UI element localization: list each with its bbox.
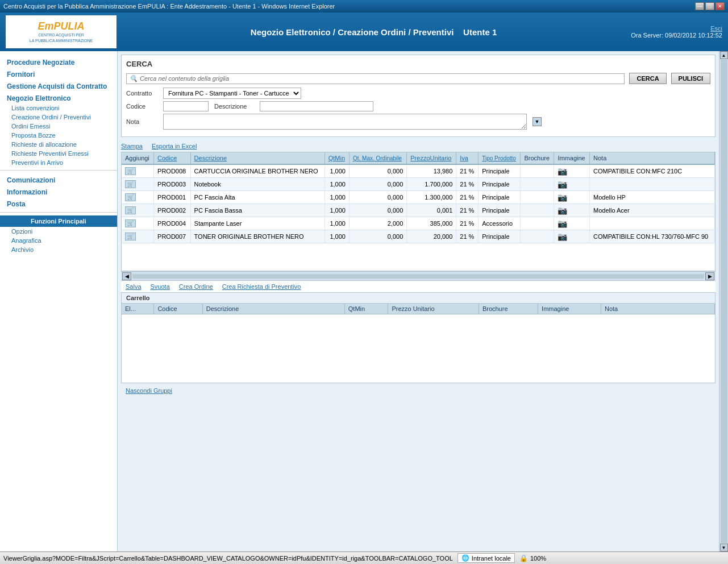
sidebar-item-creazione[interactable]: Creazione Ordini / Preventivi <box>0 113 117 122</box>
nota-textarea[interactable] <box>163 114 527 130</box>
col-tipo[interactable]: Tipo Prodotto <box>479 152 521 164</box>
sidebar-item-proposta[interactable]: Proposta Bozze <box>0 131 117 140</box>
nota-row: Nota ▼ <box>126 114 710 130</box>
table-row: 🛒 PROD002 PC Fascia Bassa 1,000 0,000 0,… <box>122 204 715 217</box>
cell-immagine[interactable]: 📷 <box>554 178 590 191</box>
h-scroll-track[interactable] <box>132 274 704 279</box>
add-to-cart-button[interactable]: 🛒 <box>125 193 136 201</box>
col-codice[interactable]: Codice <box>154 152 191 164</box>
cell-qtmin: 1,000 <box>325 164 349 178</box>
cell-immagine[interactable]: 📷 <box>554 230 590 243</box>
cell-tipo: Principale <box>479 191 521 204</box>
minimize-button[interactable]: — <box>695 2 704 10</box>
esc-link[interactable]: Esci <box>710 25 722 32</box>
codice-input[interactable] <box>163 101 209 111</box>
cell-add[interactable]: 🛒 <box>122 230 154 243</box>
cell-immagine[interactable]: 📷 <box>554 217 590 230</box>
svuota-link[interactable]: Svuota <box>151 283 170 290</box>
close-button[interactable]: ✕ <box>715 2 725 10</box>
title-bar-buttons[interactable]: — □ ✕ <box>695 2 725 10</box>
cell-nota: Modello HP <box>590 191 715 204</box>
col-prezzo[interactable]: PrezzoUnitario <box>407 152 456 164</box>
cell-immagine[interactable]: 📷 <box>554 204 590 217</box>
cell-qtmax: 2,000 <box>349 217 406 230</box>
restore-button[interactable]: □ <box>705 2 714 10</box>
cell-add[interactable]: 🛒 <box>122 178 154 191</box>
col-iva[interactable]: Iva <box>456 152 479 164</box>
nascondi-link[interactable]: Nascondi Gruppi <box>126 387 172 394</box>
camera-icon[interactable]: 📷 <box>558 167 567 176</box>
col-descrizione[interactable]: Descrizione <box>190 152 325 164</box>
v-scroll-track[interactable] <box>721 60 727 543</box>
camera-icon[interactable]: 📷 <box>558 193 567 202</box>
add-to-cart-button[interactable]: 🛒 <box>125 206 136 214</box>
sidebar-item-richieste[interactable]: Richieste di allocazione <box>0 140 117 149</box>
codice-desc-row: Codice Descrizione <box>126 101 710 111</box>
sidebar-item-anagrafica[interactable]: Anagrafica <box>0 236 117 245</box>
col-qtmax[interactable]: Qt. Max. Ordinabile <box>349 152 406 164</box>
sidebar-item-preventivi[interactable]: Preventivi in Arrivo <box>0 158 117 167</box>
page-title: Negozio Elettronico / Creazione Ordini /… <box>251 27 454 37</box>
camera-icon[interactable]: 📷 <box>558 219 567 228</box>
sidebar-item-comunicazioni[interactable]: Comunicazioni <box>0 173 117 185</box>
table-body: 🛒 PROD008 CARTUCCIA ORIGINALE BROTHER NE… <box>122 164 715 243</box>
salva-link[interactable]: Salva <box>126 283 142 290</box>
sidebar-item-negozio[interactable]: Negozio Elettronico <box>0 92 117 103</box>
crea-ordine-link[interactable]: Crea Ordine <box>179 283 213 290</box>
esporta-link[interactable]: Esporta in Excel <box>152 143 197 150</box>
col-aggiungi: Aggiungi <box>122 152 154 164</box>
v-scroll-down-button[interactable]: ▼ <box>720 544 728 551</box>
search-input-wrap[interactable]: 🔍 Cerca nel contenuto della griglia <box>126 73 625 84</box>
sidebar-item-opzioni[interactable]: Opzioni <box>0 227 117 236</box>
add-to-cart-button[interactable]: 🛒 <box>125 180 136 188</box>
camera-icon[interactable]: 📷 <box>558 232 567 241</box>
sidebar-item-richieste-prev[interactable]: Richieste Preventivi Emessi <box>0 149 117 158</box>
sidebar-item-informazioni[interactable]: Informazioni <box>0 185 117 197</box>
h-scroll-right-button[interactable]: ▶ <box>705 272 714 280</box>
cell-add[interactable]: 🛒 <box>122 204 154 217</box>
cell-add[interactable]: 🛒 <box>122 164 154 178</box>
sidebar-item-lista[interactable]: Lista convenzioni <box>0 103 117 113</box>
add-to-cart-button[interactable]: 🛒 <box>125 233 136 240</box>
cell-immagine[interactable]: 📷 <box>554 164 590 178</box>
add-to-cart-button[interactable]: 🛒 <box>125 167 136 175</box>
add-to-cart-button[interactable]: 🛒 <box>125 219 136 227</box>
contract-label: Contratto <box>126 90 157 97</box>
cell-brochure <box>521 230 554 243</box>
cell-qtmax: 0,000 <box>349 191 406 204</box>
col-qtmin[interactable]: QtMin <box>325 152 349 164</box>
h-scroll-left-button[interactable]: ◀ <box>122 272 131 280</box>
table-row: 🛒 PROD001 PC Fascia Alta 1,000 0,000 1.3… <box>122 191 715 204</box>
camera-icon[interactable]: 📷 <box>558 206 567 215</box>
crea-richiesta-link[interactable]: Crea Richiesta di Preventivo <box>222 283 301 290</box>
nota-label: Nota <box>126 118 157 125</box>
cell-prezzo: 0,001 <box>407 204 456 217</box>
cell-qtmax: 0,000 <box>349 178 406 191</box>
descrizione-input[interactable] <box>260 101 373 111</box>
camera-icon[interactable]: 📷 <box>558 180 567 189</box>
v-scroll-up-button[interactable]: ▲ <box>720 51 728 59</box>
contract-select[interactable]: Fornitura PC - Stampanti - Toner - Cartu… <box>163 88 301 99</box>
search-row: 🔍 Cerca nel contenuto della griglia CERC… <box>126 73 710 84</box>
pulisci-button[interactable]: PULISCI <box>671 73 710 84</box>
cell-descrizione: TONER ORIGINALE BROTHER NERO <box>190 230 325 243</box>
sidebar-item-posta[interactable]: Posta <box>0 197 117 209</box>
table-row: 🛒 PROD004 Stampante Laser 1,000 2,000 38… <box>122 217 715 230</box>
cell-nota <box>590 217 715 230</box>
cart-table: El... Codice Descrizione QtMin Prezzo Un… <box>122 304 715 314</box>
stampa-link[interactable]: Stampa <box>121 143 143 150</box>
sidebar-item-fornitori[interactable]: Fornitori <box>0 68 117 80</box>
status-url: ViewerGriglia.asp?MODE=Filtra&JScript=Ca… <box>3 555 453 562</box>
sidebar-item-archivio[interactable]: Archivio <box>0 245 117 254</box>
cell-add[interactable]: 🛒 <box>122 217 154 230</box>
cerca-button[interactable]: CERCA <box>629 73 666 84</box>
cell-qtmin: 1,000 <box>325 204 349 217</box>
cell-immagine[interactable]: 📷 <box>554 191 590 204</box>
product-table-container[interactable]: Aggiungi Codice Descrizione QtMin Qt. Ma… <box>121 152 715 271</box>
sidebar-item-procedure-negoziate[interactable]: Procedure Negoziate <box>0 56 117 68</box>
sidebar-item-gestione[interactable]: Gestione Acquisti da Contratto <box>0 80 117 92</box>
sidebar-item-ordini[interactable]: Ordini Emessi <box>0 122 117 131</box>
v-scrollbar[interactable]: ▲ ▼ <box>719 51 728 551</box>
scroll-right-icon[interactable]: ▼ <box>533 117 542 126</box>
cell-add[interactable]: 🛒 <box>122 191 154 204</box>
